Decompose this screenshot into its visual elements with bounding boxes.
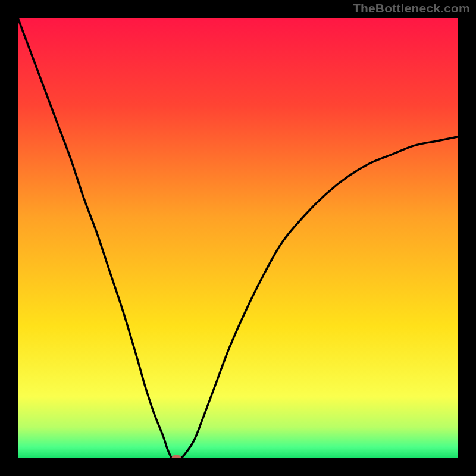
chart-svg [18, 18, 458, 458]
attribution-text: TheBottleneck.com [353, 1, 470, 15]
plot-area [18, 18, 458, 458]
gradient-background [18, 18, 458, 458]
chart-frame: TheBottleneck.com [0, 0, 476, 476]
